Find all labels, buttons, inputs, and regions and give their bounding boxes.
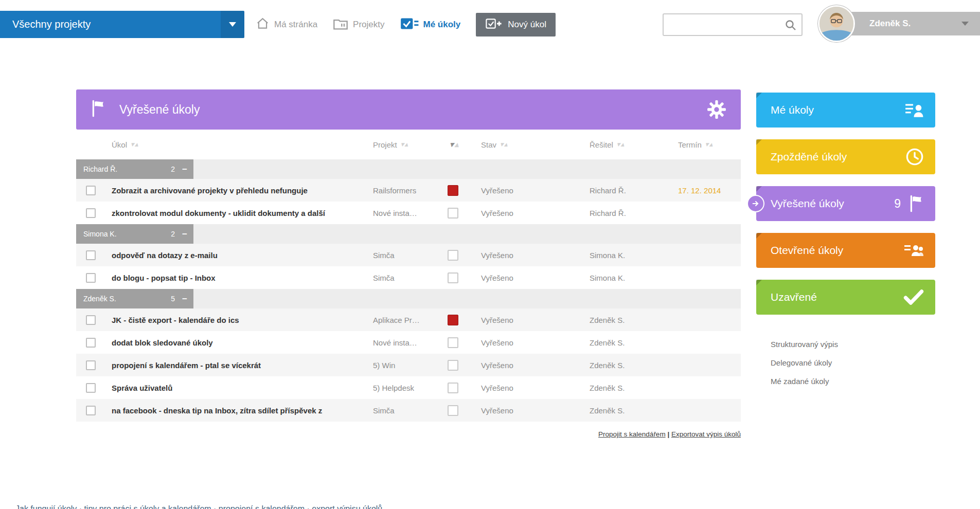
flag-icon — [91, 99, 106, 120]
footer-partial-text: Jak fungují úkoly · tipy pro práci s úko… — [15, 504, 633, 509]
search-input[interactable] — [664, 14, 801, 35]
task-row[interactable]: na facebook - dneska tip na Inbox, zítra… — [76, 399, 741, 422]
priority-flag[interactable] — [448, 185, 458, 196]
task-project: 5) Helpdesk — [366, 384, 438, 392]
search-icon[interactable] — [785, 19, 797, 33]
sort-icon[interactable] — [450, 141, 459, 148]
priority-flag[interactable] — [448, 315, 458, 325]
sidebar-button-count: 9 — [894, 197, 901, 211]
link-propojit-s-kalendarem[interactable]: Propojit s kalendářem — [598, 430, 666, 438]
sort-icon[interactable] — [705, 142, 714, 147]
home-icon — [256, 17, 270, 33]
task-project: Nové insta… — [366, 209, 438, 217]
priority-flag[interactable] — [448, 272, 458, 283]
sidebar-button-vyresene-ukoly[interactable]: Vyřešené úkoly 9 — [756, 186, 935, 221]
nav-item-me-ukoly[interactable]: Mé úkoly — [400, 16, 461, 33]
priority-flag[interactable] — [448, 405, 458, 416]
sort-icon[interactable] — [401, 142, 409, 147]
priority-flag[interactable] — [448, 360, 458, 371]
project-selector-dropdown[interactable]: Všechny projekty — [0, 11, 244, 38]
task-checkbox[interactable] — [86, 186, 96, 195]
task-title[interactable]: propojení s kalendářem - ptal se vícekrá… — [105, 361, 366, 370]
task-checkbox[interactable] — [86, 273, 96, 283]
col-header-projekt[interactable]: Projekt — [366, 140, 438, 149]
task-project: Railsformers — [366, 186, 438, 195]
link-delegovane-ukoly[interactable]: Delegované úkoly — [771, 354, 935, 372]
group-header[interactable]: Zdeněk S. 5 — [76, 289, 193, 308]
task-title[interactable]: Správa uživatelů — [105, 384, 366, 392]
ribbon-fold — [756, 233, 762, 239]
sort-icon[interactable] — [131, 142, 139, 147]
task-assignee: Zdeněk S. — [578, 316, 675, 324]
sidebar-button-label: Zpožděné úkoly — [771, 151, 847, 163]
task-project: Simča — [366, 274, 438, 282]
col-header-termin[interactable]: Termín — [675, 140, 741, 149]
nav-item-projekty[interactable]: Projekty — [333, 17, 384, 33]
priority-flag[interactable] — [448, 337, 458, 348]
task-title[interactable]: JK - čistě export - kalendáře do ics — [105, 316, 366, 324]
task-checkbox[interactable] — [86, 406, 96, 415]
chevron-down-icon[interactable] — [961, 22, 969, 26]
task-assignee: Simona K. — [578, 251, 675, 260]
project-selector-label: Všechny projekty — [12, 19, 91, 30]
col-header-ukol[interactable]: Úkol — [105, 140, 366, 149]
task-row[interactable]: dodat blok sledované úkoly Nové insta… V… — [76, 331, 741, 354]
priority-flag[interactable] — [448, 383, 458, 393]
task-title[interactable]: do blogu - popsat tip - Inbox — [105, 274, 366, 282]
collapse-minus-icon[interactable] — [182, 295, 187, 303]
group-count: 2 — [171, 165, 175, 173]
task-title[interactable]: dodat blok sledované úkoly — [105, 338, 366, 347]
task-row[interactable]: JK - čistě export - kalendáře do ics Apl… — [76, 308, 741, 331]
group-count: 5 — [171, 295, 175, 303]
clock-icon — [905, 148, 924, 166]
chevron-down-icon[interactable] — [221, 11, 244, 38]
task-title[interactable]: Zobrazit a archivované projekty v přehle… — [105, 186, 366, 195]
priority-flag[interactable] — [448, 208, 458, 219]
nav-item-label: Projekty — [353, 20, 384, 30]
new-task-icon — [485, 17, 503, 33]
task-checkbox[interactable] — [86, 338, 96, 348]
nav-item-ma-stranka[interactable]: Má stránka — [256, 17, 317, 33]
task-checkbox[interactable] — [86, 315, 96, 325]
avatar[interactable] — [818, 5, 855, 42]
task-row[interactable]: do blogu - popsat tip - Inbox Simča Vyře… — [76, 266, 741, 289]
col-header-resitel[interactable]: Řešitel — [578, 140, 675, 149]
collapse-minus-icon[interactable] — [182, 230, 187, 239]
group-header[interactable]: Simona K. 2 — [76, 224, 193, 244]
task-title[interactable]: zkontrolovat modul dokumenty - uklidit d… — [105, 209, 366, 217]
task-checkbox[interactable] — [86, 250, 96, 260]
collapse-minus-icon[interactable] — [182, 165, 187, 174]
task-checkbox[interactable] — [86, 208, 96, 218]
link-strukturovany-vypis[interactable]: Strukturovaný výpis — [771, 335, 935, 354]
col-header-priority[interactable] — [438, 141, 467, 148]
link-me-zadane-ukoly[interactable]: Mé zadané úkoly — [771, 372, 935, 391]
priority-flag[interactable] — [448, 250, 458, 261]
task-assignee: Zdeněk S. — [578, 361, 675, 370]
task-checkbox[interactable] — [86, 383, 96, 393]
task-row[interactable]: propojení s kalendářem - ptal se vícekrá… — [76, 354, 741, 376]
sort-icon[interactable] — [500, 142, 508, 147]
sidebar-button-otevrene-ukoly[interactable]: Otevřené úkoly — [756, 233, 935, 268]
sidebar-button-zpozdene-ukoly[interactable]: Zpožděné úkoly — [756, 139, 935, 174]
col-header-stav[interactable]: Stav — [467, 140, 578, 149]
task-row[interactable]: Správa uživatelů 5) Helpdesk Vyřešeno Zd… — [76, 376, 741, 399]
task-checkbox[interactable] — [86, 360, 96, 370]
user-menu[interactable]: Zdeněk S. — [845, 12, 980, 35]
sidebar-button-me-ukoly[interactable]: Mé úkoly — [756, 93, 935, 128]
gear-icon[interactable] — [707, 100, 726, 119]
new-task-button[interactable]: Nový úkol — [476, 13, 556, 37]
panel-title: Vyřešené úkoly — [119, 103, 200, 117]
group-header[interactable]: Richard Ř. 2 — [76, 159, 193, 179]
task-title[interactable]: odpověď na dotazy z e-mailu — [105, 251, 366, 260]
group-name: Zdeněk S. — [83, 295, 116, 303]
task-project: Aplikace Pr… — [366, 316, 438, 324]
task-row[interactable]: zkontrolovat modul dokumenty - uklidit d… — [76, 202, 741, 224]
task-row[interactable]: Zobrazit a archivované projekty v přehle… — [76, 179, 741, 202]
task-row[interactable]: odpověď na dotazy z e-mailu Simča Vyřeše… — [76, 244, 741, 266]
link-exportovat-vypis-ukolu[interactable]: Exportovat výpis úkolů — [671, 430, 741, 438]
task-assignee: Zdeněk S. — [578, 338, 675, 347]
sidebar-button-label: Otevřené úkoly — [771, 244, 843, 257]
sort-icon[interactable] — [617, 142, 625, 147]
sidebar-button-uzavrene[interactable]: Uzavřené — [756, 280, 935, 315]
task-title[interactable]: na facebook - dneska tip na Inbox, zítra… — [105, 406, 366, 415]
